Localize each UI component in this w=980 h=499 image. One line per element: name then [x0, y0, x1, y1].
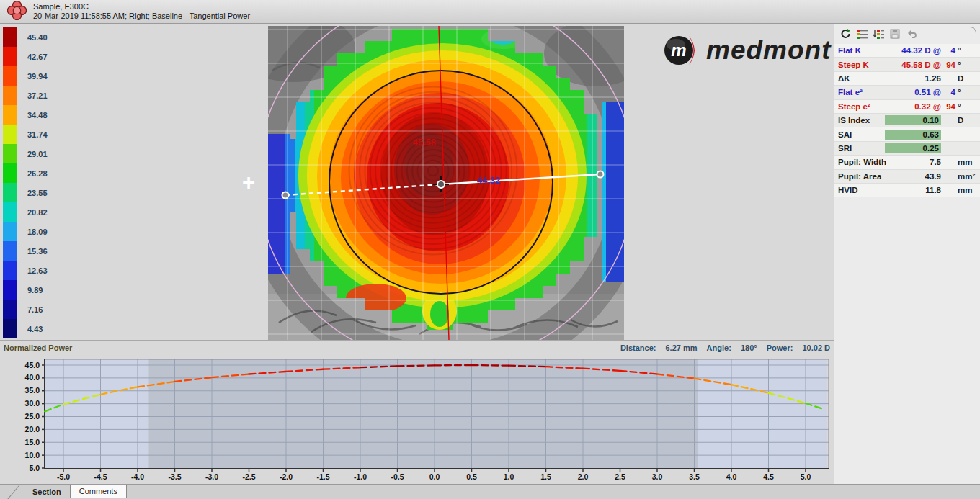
scale-swatch — [3, 144, 17, 163]
stat-value: 0.25 — [885, 143, 977, 153]
exam-info: Sample, E300C 20-Mar-2019 11:58:55 AM; R… — [33, 2, 250, 21]
section-handle-left[interactable] — [282, 192, 289, 199]
stat-value-main: 0.32 @ — [914, 102, 941, 111]
stat-label: SAI — [838, 130, 885, 139]
scale-swatch — [3, 125, 17, 144]
stat-value-main: 0.51 @ — [914, 88, 941, 96]
stat-unit: ° — [958, 46, 977, 55]
stats-row[interactable]: Flat e²0.51 @4° — [834, 86, 980, 99]
stat-label: IS Index — [838, 116, 885, 125]
stat-value-main: 11.8 — [925, 186, 941, 194]
stats-row[interactable]: HVID11.8mm — [834, 184, 980, 197]
scale-swatch — [3, 105, 17, 125]
bottom-tab-bar: SectionComments — [0, 484, 980, 499]
scale-value: 31.74 — [27, 130, 48, 139]
scale-entry: 26.28 — [3, 163, 97, 183]
exam-flower-icon[interactable] — [7, 1, 27, 23]
scale-swatch — [3, 261, 17, 280]
section-handle-center[interactable] — [437, 181, 445, 188]
scale-value: 7.16 — [27, 305, 43, 314]
power-label: Power: — [767, 343, 793, 352]
scale-value: 29.01 — [27, 150, 48, 158]
scale-entry: 34.48 — [3, 105, 97, 125]
svg-text:-1.5: -1.5 — [316, 472, 329, 481]
svg-text:-5.0: -5.0 — [57, 472, 70, 481]
stat-value: 0.51 @4° — [914, 88, 977, 96]
svg-text:25.0: 25.0 — [25, 412, 40, 421]
stats-panel: Flat K44.32 D @4°Steep K45.58 D @94°ΔK1.… — [834, 24, 980, 499]
exam-header: Sample, E300C 20-Mar-2019 11:58:55 AM; R… — [0, 0, 980, 24]
stat-label: Pupil: Width — [838, 158, 930, 166]
legend-list-icon[interactable] — [857, 29, 868, 39]
steep-k-map-label: 45.58 — [413, 137, 437, 148]
medmont-logo: m medmont — [662, 32, 832, 69]
scale-swatch — [3, 300, 17, 319]
section-handle-right[interactable] — [597, 171, 604, 178]
scale-value: 45.40 — [27, 33, 48, 42]
stats-row[interactable]: IS Index0.10D — [834, 114, 980, 127]
stats-row[interactable]: Pupil: Area43.9mm² — [834, 170, 980, 184]
svg-text:-3.0: -3.0 — [205, 472, 218, 481]
stat-label: Flat e² — [838, 88, 914, 96]
svg-text:3.0: 3.0 — [652, 472, 663, 481]
tabbar-corner-decoration — [7, 485, 19, 499]
svg-text:3.5: 3.5 — [689, 472, 700, 481]
scale-entry: 23.55 — [3, 183, 97, 202]
scale-value: 34.48 — [27, 111, 48, 120]
stat-value-highlighted: 0.63 — [885, 130, 941, 140]
scale-entry: 18.09 — [3, 222, 97, 241]
refresh-icon[interactable] — [840, 29, 851, 39]
stat-value: 0.63 — [885, 130, 977, 140]
scale-swatch — [3, 163, 17, 183]
svg-text:4.0: 4.0 — [726, 472, 737, 481]
stat-value: 44.32 D @4° — [901, 46, 977, 55]
stats-row[interactable]: Steep e²0.32 @94° — [834, 100, 980, 114]
distance-label: Distance: — [620, 343, 656, 352]
scale-value: 4.43 — [27, 325, 43, 333]
stat-angle: 4 — [941, 46, 956, 55]
stat-label: Steep e² — [838, 102, 914, 111]
stat-unit: mm — [958, 186, 977, 194]
svg-text:0.0: 0.0 — [429, 472, 440, 481]
svg-text:0.5: 0.5 — [466, 472, 477, 481]
undo-icon[interactable] — [906, 29, 917, 39]
scale-entry: 15.36 — [3, 241, 97, 261]
stat-unit: mm — [958, 158, 977, 166]
scale-swatch — [3, 47, 17, 66]
stats-row[interactable]: SAI0.63 — [834, 127, 980, 141]
sorted-legend-icon[interactable] — [873, 29, 884, 39]
stat-unit: D — [958, 74, 977, 83]
scale-value: 37.21 — [27, 91, 48, 100]
scale-entry: 4.43 — [3, 319, 97, 338]
save-icon[interactable] — [890, 29, 901, 39]
stats-row[interactable]: Flat K44.32 D @4° — [834, 44, 980, 58]
svg-text:-0.5: -0.5 — [391, 472, 404, 481]
scale-value: 12.63 — [27, 266, 48, 275]
stat-unit: ° — [958, 60, 977, 69]
normalized-power-chart[interactable]: 45.040.035.030.025.020.015.010.05.0-5.0-… — [0, 355, 834, 483]
svg-text:-2.5: -2.5 — [242, 472, 255, 481]
svg-text:1.5: 1.5 — [540, 472, 551, 481]
stats-row[interactable]: Pupil: Width7.5mm — [834, 156, 980, 169]
medmont-topography-window: Sample, E300C 20-Mar-2019 11:58:55 AM; R… — [0, 0, 980, 499]
scale-swatch — [3, 183, 17, 202]
stats-row[interactable]: SRI0.25 — [834, 142, 980, 156]
svg-text:40.0: 40.0 — [25, 373, 40, 382]
scale-swatch — [3, 66, 17, 86]
stat-unit: D — [958, 116, 977, 125]
scale-swatch — [3, 86, 17, 105]
stat-label: ΔK — [838, 74, 925, 83]
scale-entry: 20.82 — [3, 202, 97, 222]
distance-value: 6.27 mm — [666, 343, 698, 352]
scale-swatch — [3, 27, 17, 47]
stat-value: 43.9mm² — [925, 172, 977, 181]
topography-map[interactable]: 45.58 44.32 — [268, 26, 624, 341]
stat-label: SRI — [838, 144, 885, 153]
svg-text:2.0: 2.0 — [578, 472, 589, 481]
tab-section[interactable]: Section — [24, 485, 70, 499]
stats-row[interactable]: Steep K45.58 D @94° — [834, 58, 980, 71]
stats-row[interactable]: ΔK1.26D — [834, 72, 980, 86]
tab-comments[interactable]: Comments — [70, 485, 127, 498]
stat-label: HVID — [838, 186, 925, 194]
power-value: 10.02 D — [802, 343, 830, 352]
